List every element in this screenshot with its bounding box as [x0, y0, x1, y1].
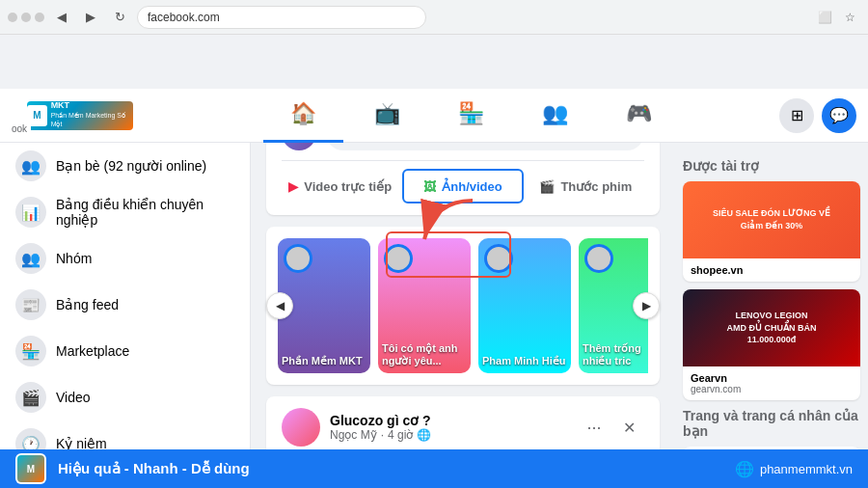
banner-logo-img: M: [17, 455, 44, 482]
mkt-logo: M MKTPhần Mềm Marketing Số Một: [15, 95, 145, 136]
browser-dot-1: [8, 13, 17, 22]
browser-forward-btn[interactable]: ▶: [79, 6, 102, 29]
post-more-btn[interactable]: ···: [579, 412, 610, 443]
browser-dots: [8, 13, 44, 22]
browser-actions: ⬜ ☆: [814, 7, 860, 28]
sidebar-item-video[interactable]: 🎬 Video: [4, 374, 246, 420]
nav-tab-friends[interactable]: 👥: [515, 89, 595, 143]
story-card-3[interactable]: Pham Minh Hiều: [478, 238, 571, 373]
story-label-2: Tôi có một anh người yêu...: [382, 342, 467, 367]
ad-card-shopee[interactable]: SIÊU SALE ĐÓN LƯƠNG VỀGiảm Đến 30% shope…: [683, 181, 860, 282]
sidebar-item-marketplace[interactable]: 🏪 Marketplace: [4, 328, 246, 374]
sidebar-item-friends[interactable]: 👥 Bạn bè (92 người online): [4, 143, 246, 189]
main-feed: Huy ơi, bạn đang nghĩ gì thế? ▶ Video tr…: [251, 89, 675, 449]
sidebar-groups-label: Nhóm: [56, 251, 92, 266]
address-text: facebook.com: [148, 11, 220, 24]
feed-post-header: Glucozo gì cơ ? Ngọc Mỹ · 4 giờ 🌐 ··· ✕: [266, 396, 660, 449]
ad-domain-gearvn: gearvn.com: [691, 384, 853, 394]
memories-icon: 🕐: [15, 428, 46, 449]
pages-section-title: Trang và trang cá nhân của bạn: [683, 408, 860, 439]
ad-info-shopee: shopee.vn: [683, 258, 860, 282]
post-user-info: Glucozo gì cơ ? Ngọc Mỹ · 4 giờ 🌐: [330, 413, 569, 442]
browser-dot-2: [21, 13, 31, 22]
feed-post-avatar: [282, 408, 320, 447]
groups-icon: 👥: [15, 243, 46, 274]
fb-logo-area: M MKTPhần Mềm Marketing Số Một ook: [0, 95, 174, 136]
body-layout: Nghiem Quang Huy 👥 Bạn bè (92 người onli…: [0, 89, 868, 449]
story-card-2[interactable]: Tôi có một anh người yêu...: [378, 238, 471, 373]
story-avatar-3: [484, 244, 513, 273]
marketplace-icon: 🏪: [15, 336, 46, 366]
nav-tab-home[interactable]: 🏠: [263, 89, 343, 143]
post-user-name: Glucozo gì cơ ?: [330, 413, 569, 428]
sidebar-marketplace-label: Marketplace: [56, 343, 129, 359]
ad-image-gearvn: LENOVO LEGIONAMD ĐỦ CHUẨN BÁN11.000.000đ: [683, 289, 860, 366]
post-header-actions: ··· ✕: [579, 412, 644, 443]
sidebar-item-memories[interactable]: 🕐 Kỷ niệm: [4, 420, 246, 449]
nav-grid-btn[interactable]: ⊞: [779, 98, 814, 133]
fb-book-text: ook: [8, 123, 31, 134]
post-subuser: Ngọc Mỹ: [330, 428, 377, 442]
post-meta: Ngọc Mỹ · 4 giờ 🌐: [330, 428, 569, 442]
ad-card-gearvn[interactable]: LENOVO LEGIONAMD ĐỦ CHUẨN BÁN11.000.000đ…: [683, 289, 860, 400]
stories-nav-right[interactable]: ▶: [633, 292, 660, 319]
stories-container: ◀ Phần Mềm MKT Tôi có một anh người yêu.…: [266, 227, 660, 385]
browser-back-btn[interactable]: ◀: [50, 6, 73, 29]
sidebar-item-groups[interactable]: 👥 Nhóm: [4, 235, 246, 282]
dashboard-icon: 📊: [15, 197, 46, 228]
sidebar-video-label: Video: [56, 390, 91, 405]
banner-logo: M: [15, 453, 46, 484]
browser-chrome: ◀ ▶ ↻ facebook.com ⬜ ☆: [0, 0, 868, 35]
banner-website: 🌐 phanmemmkt.vn: [735, 460, 853, 478]
sponsored-title: Được tài trợ: [683, 158, 860, 174]
globe-icon: 🌐: [735, 460, 754, 478]
ad-info-gearvn: Gearvn gearvn.com: [683, 366, 860, 400]
address-bar[interactable]: facebook.com: [137, 6, 426, 29]
ad-brand-shopee: shopee.vn: [691, 264, 853, 276]
sidebar-item-feed[interactable]: 📰 Bảng feed: [4, 282, 246, 328]
banner-tagline: Hiệu quả - Nhanh - Dễ dùng: [58, 460, 735, 477]
ad-image-shopee: SIÊU SALE ĐÓN LƯƠNG VỀGiảm Đến 30%: [683, 181, 860, 258]
sidebar-dashboard-label: Bảng điều khiển chuyên nghiệp: [56, 197, 234, 228]
nav-messenger-btn[interactable]: 💬: [822, 98, 856, 133]
browser-reload-btn[interactable]: ↻: [108, 6, 131, 29]
browser-cast-btn[interactable]: ⬜: [814, 7, 835, 28]
story-avatar-2: [384, 244, 413, 273]
post-close-btn[interactable]: ✕: [613, 412, 644, 443]
right-sidebar: Được tài trợ SIÊU SALE ĐÓN LƯƠNG VỀGiảm …: [675, 143, 868, 449]
mkt-text: MKTPhần Mềm Marketing Số Một: [51, 101, 133, 130]
sidebar-feed-label: Bảng feed: [56, 297, 119, 312]
feeling-btn[interactable]: 🎬 Thước phim: [528, 169, 644, 203]
sidebar-memories-label: Kỷ niệm: [56, 436, 107, 449]
story-avatar-1: [284, 244, 312, 273]
nav-tab-video[interactable]: 📺: [347, 89, 427, 143]
live-video-btn[interactable]: ▶ Video trực tiếp: [282, 169, 398, 203]
feed-post-1: Glucozo gì cơ ? Ngọc Mỹ · 4 giờ 🌐 ··· ✕: [266, 396, 660, 449]
story-label-3: Pham Minh Hiều: [482, 355, 567, 367]
browser-star-btn[interactable]: ☆: [839, 7, 860, 28]
story-label-4: Thêm trống nhiều tric: [583, 342, 648, 367]
fb-nav-tabs: 🏠 📺 🏪 👥 🎮: [174, 89, 768, 143]
nav-tab-marketplace[interactable]: 🏪: [431, 89, 511, 143]
friends-icon: 👥: [15, 150, 46, 181]
live-label: Video trực tiếp: [304, 179, 392, 194]
post-time: 4 giờ: [388, 428, 413, 442]
story-label-1: Phần Mềm MKT: [282, 355, 366, 367]
mkt-logo-img: M MKTPhần Mềm Marketing Số Một: [27, 101, 133, 130]
stories-nav-left[interactable]: ◀: [266, 292, 293, 319]
browser-dot-3: [35, 13, 44, 22]
ad-brand-gearvn: Gearvn: [691, 372, 853, 384]
sidebar-item-dashboard[interactable]: 📊 Bảng điều khiển chuyên nghiệp: [4, 189, 246, 235]
fb-nav: M MKTPhần Mềm Marketing Số Một ook 🏠 📺 🏪…: [0, 89, 868, 143]
sidebar-friends-label: Bạn bè (92 người online): [56, 158, 206, 174]
stories-row: Phần Mềm MKT Tôi có một anh người yêu...…: [278, 238, 648, 373]
page-area: M MKTPhần Mềm Marketing Số Một ook 🏠 📺 🏪…: [0, 89, 868, 488]
nav-tab-gaming[interactable]: 🎮: [599, 89, 679, 143]
story-avatar-4: [584, 244, 613, 273]
post-actions: ▶ Video trực tiếp 🖼 Ảnh/video 🎬 Thước ph…: [282, 160, 644, 203]
feeling-label: Thước phim: [560, 179, 632, 194]
left-sidebar: Nghiem Quang Huy 👥 Bạn bè (92 người onli…: [0, 89, 251, 449]
live-icon: ▶: [288, 179, 298, 194]
photo-video-btn[interactable]: 🖼 Ảnh/video: [402, 169, 523, 203]
photo-label: Ảnh/video: [442, 179, 502, 194]
